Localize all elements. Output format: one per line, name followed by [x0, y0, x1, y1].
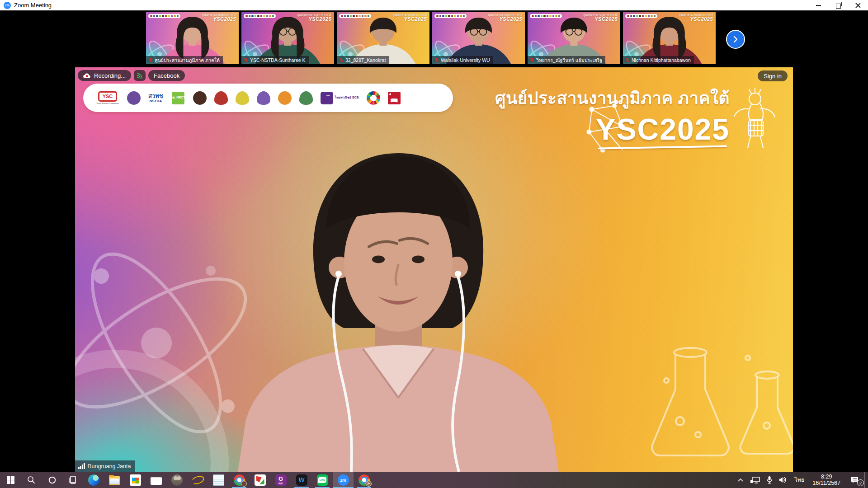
green-crest-emblem	[299, 91, 313, 105]
thumbnail-brand: ศูนย์ประสานงานภูมิภาค ภาคใต้ YSC2025	[297, 14, 331, 22]
titlebar: zm Zoom Meeting	[0, 0, 868, 11]
livestream-button[interactable]	[134, 70, 146, 81]
task-view-button[interactable]	[62, 472, 83, 488]
violet-gold-emblem	[257, 91, 270, 105]
gimp-icon	[171, 474, 183, 486]
livestream-icon	[137, 72, 143, 79]
notepad-taskbar-button[interactable]	[208, 472, 229, 488]
close-icon	[855, 3, 861, 8]
zoom-app-icon: zm	[4, 2, 11, 9]
gpdf-taskbar-button[interactable]	[270, 472, 291, 488]
cortana-button[interactable]	[42, 472, 62, 488]
participant-thumbnail[interactable]: ศูนย์ประสานงานภูมิภาค ภาคใต้ YSC2025 Wal…	[432, 12, 525, 64]
window-controls	[808, 0, 868, 11]
minimize-button[interactable]	[808, 0, 828, 11]
close-button[interactable]	[848, 0, 868, 11]
emblem-dark-round	[193, 91, 207, 105]
red-ribbon-app-icon	[255, 474, 266, 486]
gimp-taskbar-button[interactable]	[166, 472, 187, 488]
sun-emblem	[278, 91, 292, 105]
language-indicator[interactable]: ไทย	[791, 472, 809, 488]
sdg-wheel	[367, 91, 380, 105]
filmstrip: ศูนย์ประสานงานภูมิภาค ภาคใต้ YSC2025 ศูน…	[146, 12, 718, 64]
network-icon	[750, 476, 760, 483]
line-taskbar-button[interactable]	[312, 472, 333, 488]
flask-lineart	[608, 326, 793, 472]
participant-thumbnail[interactable]: ศูนย์ประสานงานภูมิภาค ภาคใต้ YSC2025 วิท…	[528, 12, 620, 64]
muted-mic-icon	[625, 57, 630, 63]
line-icon	[317, 474, 328, 486]
zoom-app-taskbar-button[interactable]	[333, 472, 354, 488]
participant-thumbnail[interactable]: ศูนย์ประสานงานภูมิภาค ภาคใต้ YSC2025 32_…	[337, 12, 429, 64]
event-header: ศูนย์ประสานงานภูมิภาค ภาคใต้ YSC2025	[495, 84, 730, 146]
atom-lineart	[75, 216, 283, 469]
participant-name-bar: YSC-NSTDA-Suntharee K	[241, 56, 309, 64]
participant-name: 32_829T_Kanokrat	[345, 57, 386, 63]
cortana-icon	[48, 476, 56, 484]
red-ribbon-app-taskbar-button[interactable]	[250, 472, 270, 488]
clock[interactable]: 8:29 16/11/2567	[808, 472, 844, 488]
chevron-right-icon	[731, 35, 740, 43]
thumbnail-logo-strip	[148, 14, 180, 18]
tray-overflow-button[interactable]	[734, 472, 747, 488]
event-header-ysc2025: YSC2025	[595, 112, 730, 146]
microphone-icon	[766, 476, 773, 484]
mail-taskbar-button[interactable]	[146, 472, 166, 488]
taskbar-apps: P	[83, 472, 374, 488]
restore-button[interactable]	[828, 0, 848, 11]
facebook-stream-indicator[interactable]: Facebook	[148, 70, 185, 81]
chrome-badge	[241, 481, 247, 487]
speaker-icon	[779, 476, 788, 483]
sign-in-button[interactable]: Sign in	[758, 70, 788, 81]
participant-thumbnail[interactable]: ศูนย์ประสานงานภูมิภาค ภาคใต้ YSC2025 Nic…	[623, 12, 716, 64]
thumbnail-brand: ศูนย์ประสานงานภูมิภาค ภาคใต้ YSC2025	[393, 14, 427, 22]
participant-name: ศูนย์ประสานงานภูมิภาค ภาคใต้	[155, 56, 220, 64]
sdg4-education: 4	[388, 92, 401, 104]
file-explorer-taskbar-button[interactable]	[104, 472, 125, 488]
nrct-logo: วช. NRCT	[171, 92, 185, 104]
thumbnail-logo-strip	[434, 14, 467, 18]
participant-thumbnail[interactable]: ศูนย์ประสานงานภูมิภาค ภาคใต้ YSC2025 YSC…	[241, 12, 334, 64]
network-tray-icon[interactable]	[747, 472, 763, 488]
edge-icon	[88, 474, 99, 486]
speaker-name-label: Rungruang Janta	[75, 460, 135, 472]
start-button[interactable]	[0, 472, 21, 488]
muted-mic-icon	[148, 57, 153, 63]
internet-explorer-taskbar-button[interactable]	[187, 472, 208, 488]
muted-mic-icon	[244, 57, 248, 63]
recording-indicator[interactable]: Recording...	[78, 70, 131, 81]
manora-dancer-lineart	[731, 87, 777, 150]
action-center-button[interactable]: 2	[844, 472, 864, 488]
microphone-tray-icon[interactable]	[763, 472, 776, 488]
search-button[interactable]	[21, 472, 42, 488]
main-speaker-video: Recording... Facebook Sign in YSCYoung S…	[75, 67, 793, 472]
chrome-taskbar-button[interactable]	[229, 472, 250, 488]
participant-thumbnail[interactable]: ศูนย์ประสานงานภูมิภาค ภาคใต้ YSC2025 ศูน…	[146, 12, 239, 64]
thumbnail-logo-strip	[244, 14, 276, 18]
molecule-network-icon	[583, 100, 632, 155]
next-participants-button[interactable]	[726, 30, 745, 49]
participant-name: Walailak University WU	[441, 57, 490, 63]
volume-tray-icon[interactable]	[776, 472, 791, 488]
tray-time: 8:29	[812, 474, 840, 480]
webex-taskbar-button[interactable]	[291, 472, 312, 488]
microsoft-store-taskbar-button[interactable]	[125, 472, 146, 488]
thai-crest-red	[214, 91, 228, 105]
participant-name-bar: Nichnan Kittiphattanabawon	[623, 56, 694, 64]
speaker-video-person	[195, 110, 602, 472]
show-desktop-button[interactable]	[864, 472, 868, 488]
minimize-icon	[816, 5, 821, 5]
edge-taskbar-button[interactable]	[83, 472, 104, 488]
speaker-name: Rungruang Janta	[88, 463, 131, 469]
zoom-app-icon	[338, 474, 349, 486]
system-tray: ไทย 8:29 16/11/2567 2	[734, 472, 868, 488]
tray-date: 16/11/2567	[812, 480, 840, 486]
chrome-profile-taskbar-button[interactable]: P	[354, 472, 374, 488]
nstda-logo: สวทชNSTDA	[148, 93, 163, 103]
thumbnail-brand-line2: YSC2025	[679, 16, 713, 22]
facebook-label: Facebook	[154, 72, 179, 79]
university-emblem-purple	[127, 91, 141, 105]
audio-level-icon	[78, 463, 85, 469]
ysc-logo: YSCYoung Scientist Competition	[96, 91, 119, 104]
muted-mic-icon	[434, 57, 439, 63]
